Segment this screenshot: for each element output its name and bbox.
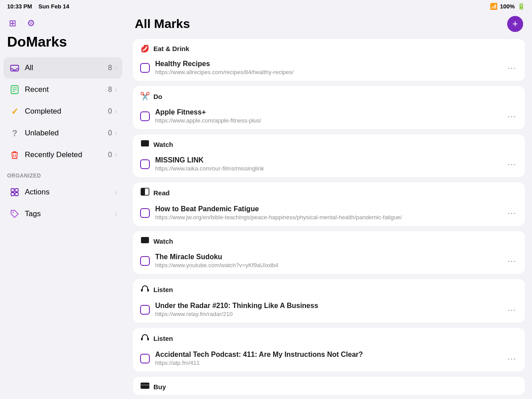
listen-2-icon	[140, 333, 150, 344]
main-content: All Marks + 💋 Eat & Drink Healthy Recipe…	[126, 12, 532, 399]
mark-checkbox-atp-411[interactable]	[140, 354, 150, 363]
svg-rect-15	[141, 237, 149, 243]
mark-title-under-radar: Under the Radar #210: Thinking Like A Bu…	[155, 302, 500, 310]
group-read-header: Read	[133, 182, 525, 201]
battery-icon: 🔋	[517, 3, 525, 10]
sidebar-item-completed-chevron: ›	[115, 107, 117, 115]
status-indicators: 📶 100% 🔋	[490, 3, 525, 10]
mark-url-under-radar: https://www.relay.fm/radar/210	[155, 311, 500, 317]
watch-1-icon	[140, 140, 150, 149]
eat-drink-icon: 💋	[140, 44, 150, 53]
more-options-icon: ⋯	[507, 256, 516, 266]
sidebar-item-recent[interactable]: Recent 8 ›	[4, 79, 122, 100]
group-read: Read How to Beat Pandemic Fatigue https:…	[133, 182, 525, 226]
main-header: All Marks +	[133, 12, 525, 39]
mark-info-atp-411: Accidental Tech Podcast: 411: Are My Ins…	[155, 351, 500, 366]
listen-1-icon	[140, 284, 150, 295]
group-watch-1: Watch MISSING LINK https://www.laika.com…	[133, 134, 525, 177]
completed-icon: ✓	[9, 106, 20, 117]
group-do-header: ✂️ Do	[133, 86, 525, 105]
mark-checkbox-healthy-recipes[interactable]	[140, 63, 150, 73]
eat-drink-label: Eat & Drink	[153, 45, 189, 52]
svg-rect-21	[141, 384, 149, 386]
mark-checkbox-miracle-sudoku[interactable]	[140, 256, 150, 266]
sidebar-nav: All 8 › Recent 8 ›	[0, 57, 126, 166]
mark-info-under-radar: Under the Radar #210: Thinking Like A Bu…	[155, 302, 500, 317]
mark-more-apple-fitness[interactable]: ⋯	[505, 109, 518, 123]
mark-more-healthy-recipes[interactable]: ⋯	[505, 61, 518, 75]
mark-info-missing-link: MISSING LINK https://www.laika.com/our-f…	[155, 156, 500, 172]
watch-2-icon	[140, 237, 150, 246]
sidebar-item-all[interactable]: All 8 ›	[4, 57, 122, 79]
sidebar-item-actions-chevron: ›	[115, 188, 117, 196]
group-listen-2-header: Listen	[133, 328, 525, 347]
sidebar-item-unlabeled[interactable]: ? Unlabeled 0 ›	[4, 122, 122, 144]
sidebar-item-all-label: All	[25, 63, 108, 72]
more-options-icon: ⋯	[507, 63, 516, 73]
mark-url-healthy-recipes: https://www.allrecipes.com/recipes/84/he…	[155, 69, 500, 75]
do-icon: ✂️	[140, 91, 150, 101]
watch-1-label: Watch	[153, 141, 173, 148]
mark-checkbox-pandemic-fatigue[interactable]	[140, 208, 150, 218]
sidebar-item-tags[interactable]: Tags ›	[4, 203, 122, 225]
mark-checkbox-apple-fitness[interactable]	[140, 111, 150, 121]
group-buy: Buy	[133, 377, 525, 395]
mark-item-pandemic-fatigue: How to Beat Pandemic Fatigue https://www…	[133, 201, 525, 226]
mark-checkbox-under-radar[interactable]	[140, 305, 150, 315]
settings-icon: ⚙	[27, 18, 35, 28]
mark-more-pandemic-fatigue[interactable]: ⋯	[505, 206, 518, 220]
actions-icon	[9, 186, 20, 198]
mark-item-missing-link: MISSING LINK https://www.laika.com/our-f…	[133, 153, 525, 177]
sidebar-item-unlabeled-label: Unlabeled	[25, 129, 108, 138]
mark-title-atp-411: Accidental Tech Podcast: 411: Are My Ins…	[155, 351, 500, 359]
sidebar-item-actions[interactable]: Actions ›	[4, 182, 122, 203]
status-time-date: 10:33 PM Sun Feb 14	[7, 3, 69, 10]
mark-more-under-radar[interactable]: ⋯	[505, 303, 518, 317]
sidebar-item-deleted-count: 0	[108, 151, 112, 159]
sidebar-item-tags-label: Tags	[25, 209, 115, 218]
listen-1-label: Listen	[153, 286, 173, 293]
mark-item-atp-411: Accidental Tech Podcast: 411: Are My Ins…	[133, 347, 525, 371]
mark-url-miracle-sudoku: https://www.youtube.com/watch?v=yKf9aUIx…	[155, 262, 500, 269]
read-icon	[140, 188, 150, 198]
sidebar-item-all-count: 8	[108, 64, 112, 72]
sidebar-item-recent-count: 8	[108, 86, 112, 94]
more-options-icon: ⋯	[507, 353, 516, 364]
settings-button[interactable]: ⚙	[25, 16, 37, 30]
add-mark-button[interactable]: +	[507, 16, 523, 32]
svg-rect-7	[11, 189, 14, 192]
mark-more-missing-link[interactable]: ⋯	[505, 157, 518, 171]
svg-rect-16	[141, 289, 143, 292]
mark-more-atp-411[interactable]: ⋯	[505, 352, 518, 366]
mark-url-apple-fitness: https://www.apple.com/apple-fitness-plus…	[155, 117, 500, 124]
sidebar: ⊞ ⚙ DoMarks All 8 ›	[0, 12, 126, 399]
mark-title-healthy-recipes: Healthy Recipes	[155, 60, 500, 68]
app-container: ⊞ ⚙ DoMarks All 8 ›	[0, 12, 532, 399]
group-listen-2: Listen Accidental Tech Podcast: 411: Are…	[133, 328, 525, 371]
status-time: 10:33 PM	[7, 3, 32, 10]
mark-checkbox-missing-link[interactable]	[140, 159, 150, 169]
group-buy-header: Buy	[133, 377, 525, 395]
group-listen-1-header: Listen	[133, 279, 525, 298]
app-title: DoMarks	[0, 32, 126, 57]
battery-percentage: 100%	[500, 3, 515, 10]
svg-rect-19	[147, 338, 149, 340]
svg-rect-9	[11, 193, 14, 196]
more-options-icon: ⋯	[507, 111, 516, 122]
group-eat-drink-header: 💋 Eat & Drink	[133, 39, 525, 56]
status-date: Sun Feb 14	[39, 3, 69, 10]
mark-title-pandemic-fatigue: How to Beat Pandemic Fatigue	[155, 205, 500, 213]
mark-url-pandemic-fatigue: https://www.jw.org/en/bible-teachings/pe…	[155, 214, 500, 221]
sidebar-item-completed[interactable]: ✓ Completed 0 ›	[4, 101, 122, 122]
sidebar-item-all-chevron: ›	[115, 64, 117, 72]
sidebar-item-recently-deleted[interactable]: Recently Deleted 0 ›	[4, 144, 122, 166]
buy-label: Buy	[153, 383, 166, 391]
mark-more-miracle-sudoku[interactable]: ⋯	[505, 254, 518, 268]
organized-section-label: ORGANIZED	[0, 166, 126, 182]
sidebar-toggle-button[interactable]: ⊞	[7, 16, 18, 30]
listen-2-label: Listen	[153, 335, 173, 342]
mark-item-apple-fitness: Apple Fitness+ https://www.apple.com/app…	[133, 105, 525, 129]
buy-icon	[140, 382, 150, 391]
recent-icon	[9, 84, 20, 95]
svg-point-11	[12, 212, 14, 213]
